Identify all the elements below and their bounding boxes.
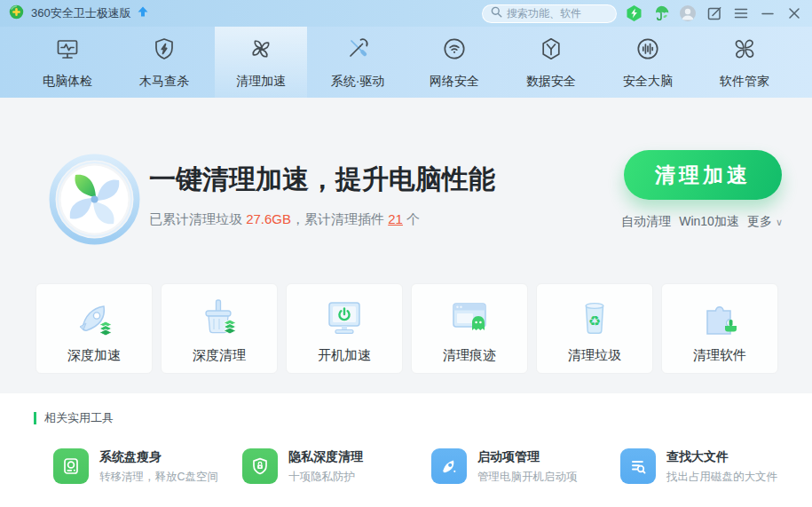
- rocket-layers-icon: [67, 296, 121, 342]
- tab-network-security[interactable]: 网络安全: [408, 27, 501, 98]
- tab-software-manager[interactable]: 软件管家: [698, 27, 791, 98]
- link-more[interactable]: 更多 ∨: [747, 214, 783, 230]
- feature-cards: 深度加速: [35, 283, 778, 374]
- app-window: 360安全卫士极速版 搜索功能、软件: [0, 0, 812, 507]
- tool-subtitle: 转移清理，释放C盘空间: [99, 470, 218, 485]
- fan-icon: [248, 36, 274, 66]
- tab-system-driver[interactable]: 系统·驱动: [311, 27, 404, 98]
- update-arrow-icon[interactable]: [137, 5, 149, 21]
- feedback-icon[interactable]: [705, 4, 723, 23]
- tool-title: 隐私深度清理: [288, 449, 363, 465]
- titlebar-actions: 搜索功能、软件: [482, 4, 803, 23]
- tool-subtitle: 管理电脑开机启动项: [477, 470, 578, 485]
- search-placeholder: 搜索功能、软件: [507, 6, 581, 21]
- tab-label: 清理加速: [236, 74, 286, 90]
- search-icon: [491, 5, 502, 21]
- shield-bolt-icon: [151, 36, 177, 66]
- stats-suffix: 个: [403, 211, 420, 226]
- shield-lock-icon: [242, 448, 278, 484]
- tools-heading: 相关实用工具: [34, 410, 812, 426]
- banner-links: 自动清理 Win10加速 更多 ∨: [621, 214, 783, 230]
- monitor-power-icon: [318, 296, 371, 342]
- cleanup-page: 一键清理加速，提升电脑性能 已累计清理垃圾 27.6GB，累计清理插件 21 个…: [0, 98, 812, 393]
- clover-icon: [731, 36, 758, 66]
- titlebar: 360安全卫士极速版 搜索功能、软件: [0, 0, 812, 27]
- card-label: 深度清理: [193, 347, 246, 364]
- tool-subtitle: 十项隐私防护: [288, 470, 363, 485]
- brain-wave-icon: [635, 36, 661, 66]
- svg-text:♻: ♻: [588, 313, 601, 329]
- stats-plugins-cleaned[interactable]: 21: [388, 211, 403, 226]
- tab-label: 网络安全: [430, 74, 479, 90]
- link-win10-speedup[interactable]: Win10加速: [679, 214, 739, 230]
- tool-title: 查找大文件: [666, 449, 777, 465]
- main-nav: 电脑体检 木马查杀: [0, 27, 812, 98]
- chevron-down-icon: ∨: [776, 217, 783, 227]
- rocket-icon: [431, 448, 467, 484]
- speedup-badge-icon[interactable]: [625, 4, 643, 23]
- tab-label: 软件管家: [720, 74, 769, 90]
- tab-data-security[interactable]: 数据安全: [505, 27, 597, 98]
- card-clean-software[interactable]: 清理软件: [661, 283, 778, 374]
- trashbin-recycle-icon: ♻: [568, 296, 621, 342]
- tool-title: 系统盘瘦身: [99, 449, 218, 465]
- card-boot-speedup[interactable]: 开机加速: [286, 283, 403, 374]
- hexagon-data-icon: [538, 36, 564, 66]
- card-label: 清理痕迹: [443, 347, 496, 364]
- user-avatar[interactable]: [678, 4, 697, 23]
- tool-find-large-files[interactable]: 查找大文件 找出占用磁盘的大文件: [620, 448, 809, 485]
- tool-subtitle: 找出占用磁盘的大文件: [666, 470, 777, 485]
- disk-icon: [53, 448, 89, 484]
- file-search-icon: [620, 448, 656, 484]
- link-more-label: 更多: [747, 214, 772, 228]
- card-deep-speedup[interactable]: 深度加速: [35, 283, 153, 374]
- safety-umbrella-icon[interactable]: [651, 4, 670, 23]
- pc-checkup-icon: [54, 36, 81, 66]
- tab-label: 系统·驱动: [331, 74, 385, 90]
- card-clean-junk[interactable]: ♻ 清理垃圾: [536, 283, 653, 374]
- link-auto-clean[interactable]: 自动清理: [621, 214, 671, 230]
- stats-junk-cleaned: 27.6GB: [246, 211, 291, 226]
- stats-middle: ，累计清理插件: [291, 211, 388, 226]
- heading-accent-bar: [34, 412, 36, 424]
- close-button[interactable]: [784, 4, 803, 23]
- menu-icon[interactable]: [731, 4, 750, 23]
- tools-row: 系统盘瘦身 转移清理，释放C盘空间 隐私深度清理 十项隐私防护: [34, 448, 812, 485]
- tool-startup-manager[interactable]: 启动项管理 管理电脑开机启动项: [431, 448, 620, 485]
- fan-logo-icon: [48, 153, 141, 250]
- puzzle-brush-icon: [693, 296, 746, 342]
- tool-title: 启动项管理: [477, 449, 578, 465]
- tab-label: 木马查杀: [139, 74, 189, 90]
- tab-label: 电脑体检: [43, 74, 92, 90]
- card-label: 开机加速: [318, 347, 371, 364]
- tool-privacy-deep-clean[interactable]: 隐私深度清理 十项隐私防护: [242, 448, 431, 485]
- app-title: 360安全卫士极速版: [31, 5, 131, 21]
- wifi-shield-icon: [441, 36, 468, 66]
- card-label: 清理软件: [693, 347, 746, 364]
- tool-system-disk-slim[interactable]: 系统盘瘦身 转移清理，释放C盘空间: [53, 448, 242, 485]
- banner-stats: 已累计清理垃圾 27.6GB，累计清理插件 21 个: [149, 211, 420, 228]
- search-input[interactable]: 搜索功能、软件: [482, 4, 617, 23]
- card-clean-traces[interactable]: 清理痕迹: [411, 283, 528, 374]
- related-tools-section: 相关实用工具 系统盘瘦身 转移清理，释放C盘空间: [0, 393, 812, 507]
- broom-layers-icon: [193, 296, 246, 342]
- tools-heading-label: 相关实用工具: [44, 410, 114, 426]
- tab-cleanup-speedup[interactable]: 清理加速: [215, 27, 307, 98]
- tab-label: 数据安全: [526, 74, 576, 90]
- card-label: 深度加速: [67, 347, 121, 364]
- tab-trojan-scan[interactable]: 木马查杀: [118, 27, 210, 98]
- tab-label: 安全大脑: [623, 74, 673, 90]
- tab-security-brain[interactable]: 安全大脑: [602, 27, 694, 98]
- stats-prefix: 已累计清理垃圾: [149, 211, 246, 226]
- banner-title: 一键清理加速，提升电脑性能: [149, 162, 495, 198]
- app-logo-icon: [9, 4, 24, 23]
- card-label: 清理垃圾: [568, 347, 621, 364]
- minimize-button[interactable]: [758, 4, 777, 23]
- cleanup-speedup-button[interactable]: 清理加速: [624, 150, 782, 200]
- window-ghost-icon: [443, 296, 496, 342]
- tab-pc-checkup[interactable]: 电脑体检: [21, 27, 114, 98]
- wrench-screwdriver-icon: [344, 36, 371, 66]
- card-deep-clean[interactable]: 深度清理: [161, 283, 278, 374]
